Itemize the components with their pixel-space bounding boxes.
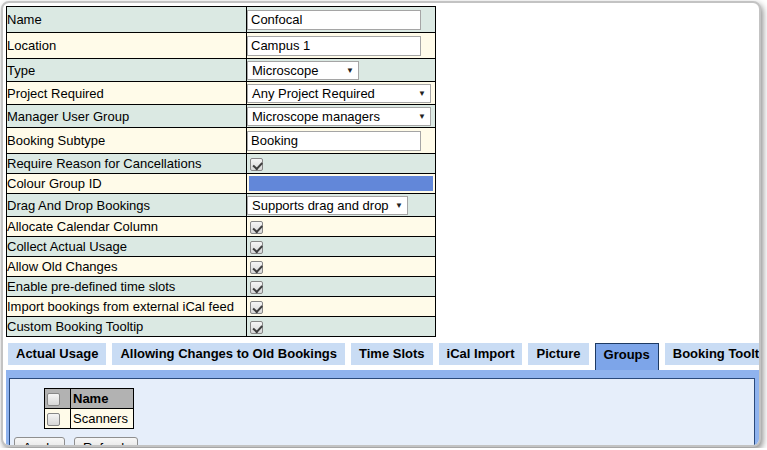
type-select[interactable]: Microscope▼ bbox=[247, 61, 359, 80]
chevron-down-icon: ▼ bbox=[346, 66, 354, 75]
form-row-allocate-calendar-column: Allocate Calendar Column bbox=[7, 217, 436, 237]
selected-option-label: Supports drag and drop bbox=[252, 198, 389, 213]
chevron-down-icon: ▼ bbox=[418, 89, 426, 98]
field-value-cell bbox=[247, 33, 436, 59]
groups-table-header-row: Name bbox=[45, 389, 134, 409]
field-label: Name bbox=[7, 7, 247, 33]
location-input[interactable] bbox=[247, 36, 421, 56]
field-value-cell: Supports drag and drop▼ bbox=[247, 194, 436, 217]
form-row-manager-user-group: Manager User GroupMicroscope managers▼ bbox=[7, 105, 436, 128]
colour-group-id-color-swatch[interactable] bbox=[249, 176, 433, 191]
field-value-cell: Any Project Required▼ bbox=[247, 82, 436, 105]
field-label: Colour Group ID bbox=[7, 174, 247, 194]
field-value-cell bbox=[247, 7, 436, 33]
tab-allowing-changes-to-old-bookings[interactable]: Allowing Changes to Old Bookings bbox=[112, 343, 345, 365]
group-name-cell: Scanners bbox=[71, 409, 134, 429]
field-value-cell bbox=[247, 317, 436, 337]
groups-name-header: Name bbox=[71, 389, 134, 409]
field-label: Type bbox=[7, 59, 247, 82]
form-row-drag-and-drop-bookings: Drag And Drop BookingsSupports drag and … bbox=[7, 194, 436, 217]
field-label: Enable pre-defined time slots bbox=[7, 277, 247, 297]
field-value-cell bbox=[247, 297, 436, 317]
enable-pre-defined-time-slots-checkbox[interactable] bbox=[250, 281, 263, 294]
tab-booking-tooltip[interactable]: Booking Tooltip bbox=[665, 343, 761, 365]
form-row-project-required: Project RequiredAny Project Required▼ bbox=[7, 82, 436, 105]
field-label: Booking Subtype bbox=[7, 128, 247, 154]
form-row-booking-subtype: Booking Subtype bbox=[7, 128, 436, 154]
field-value-cell: Microscope▼ bbox=[247, 59, 436, 82]
form-row-custom-booking-tooltip: Custom Booking Tooltip bbox=[7, 317, 436, 337]
resource-settings-table: NameLocationTypeMicroscope▼Project Requi… bbox=[6, 6, 436, 337]
panel-buttons: Apply Refresh bbox=[14, 437, 754, 447]
select-all-checkbox[interactable] bbox=[47, 393, 60, 406]
form-row-name: Name bbox=[7, 7, 436, 33]
field-label: Allocate Calendar Column bbox=[7, 217, 247, 237]
tab-picture[interactable]: Picture bbox=[528, 343, 588, 365]
field-value-cell bbox=[247, 257, 436, 277]
field-label: Location bbox=[7, 33, 247, 59]
form-row-location: Location bbox=[7, 33, 436, 59]
field-value-cell bbox=[247, 277, 436, 297]
form-row-type: TypeMicroscope▼ bbox=[7, 59, 436, 82]
require-reason-for-cancellations-checkbox[interactable] bbox=[250, 158, 263, 171]
form-row-enable-pre-defined-time-slots: Enable pre-defined time slots bbox=[7, 277, 436, 297]
selected-option-label: Microscope managers bbox=[252, 109, 380, 124]
field-label: Allow Old Changes bbox=[7, 257, 247, 277]
screenshot-frame: NameLocationTypeMicroscope▼Project Requi… bbox=[1, 1, 761, 447]
import-bookings-from-external-ical-feed-checkbox[interactable] bbox=[250, 301, 263, 314]
row-checkbox-cell bbox=[45, 409, 71, 429]
select-all-cell bbox=[45, 389, 71, 409]
tab-actual-usage[interactable]: Actual Usage bbox=[8, 343, 106, 365]
field-label: Manager User Group bbox=[7, 105, 247, 128]
field-label: Project Required bbox=[7, 82, 247, 105]
field-label: Custom Booking Tooltip bbox=[7, 317, 247, 337]
scanners-checkbox[interactable] bbox=[47, 413, 60, 426]
field-label: Drag And Drop Bookings bbox=[7, 194, 247, 217]
custom-booking-tooltip-checkbox[interactable] bbox=[250, 321, 263, 334]
selected-option-label: Microscope bbox=[252, 63, 318, 78]
field-label: Collect Actual Usage bbox=[7, 237, 247, 257]
selected-option-label: Any Project Required bbox=[252, 86, 375, 101]
allow-old-changes-checkbox[interactable] bbox=[250, 261, 263, 274]
field-value-cell bbox=[247, 174, 436, 194]
apply-button[interactable]: Apply bbox=[14, 437, 65, 447]
groups-panel: Name Scanners Apply Refresh bbox=[6, 370, 759, 447]
chevron-down-icon: ▼ bbox=[418, 112, 426, 121]
form-row-require-reason-for-cancellations: Require Reason for Cancellations bbox=[7, 154, 436, 174]
form-row-collect-actual-usage: Collect Actual Usage bbox=[7, 237, 436, 257]
name-input[interactable] bbox=[247, 10, 421, 30]
tab-bar: Actual UsageAllowing Changes to Old Book… bbox=[8, 343, 757, 370]
chevron-down-icon: ▼ bbox=[395, 201, 403, 210]
allocate-calendar-column-checkbox[interactable] bbox=[250, 221, 263, 234]
form-row-allow-old-changes: Allow Old Changes bbox=[7, 257, 436, 277]
field-label: Require Reason for Cancellations bbox=[7, 154, 247, 174]
form-row-import-bookings-from-external-ical-feed: Import bookings from external iCal feed bbox=[7, 297, 436, 317]
tab-time-slots[interactable]: Time Slots bbox=[351, 343, 433, 365]
drag-and-drop-bookings-select[interactable]: Supports drag and drop▼ bbox=[247, 196, 408, 215]
field-value-cell bbox=[247, 128, 436, 154]
table-row: Scanners bbox=[45, 409, 134, 429]
groups-table: Name Scanners bbox=[44, 388, 134, 429]
field-value-cell bbox=[247, 217, 436, 237]
refresh-button[interactable]: Refresh bbox=[74, 437, 138, 447]
manager-user-group-select[interactable]: Microscope managers▼ bbox=[247, 107, 431, 126]
collect-actual-usage-checkbox[interactable] bbox=[250, 241, 263, 254]
field-label: Import bookings from external iCal feed bbox=[7, 297, 247, 317]
booking-subtype-input[interactable] bbox=[247, 131, 421, 151]
form-row-colour-group-id: Colour Group ID bbox=[7, 174, 436, 194]
field-value-cell: Microscope managers▼ bbox=[247, 105, 436, 128]
groups-panel-body: Name Scanners Apply Refresh bbox=[9, 378, 755, 447]
field-value-cell bbox=[247, 237, 436, 257]
field-value-cell bbox=[247, 154, 436, 174]
tab-ical-import[interactable]: iCal Import bbox=[439, 343, 523, 365]
tab-groups[interactable]: Groups bbox=[595, 343, 659, 370]
project-required-select[interactable]: Any Project Required▼ bbox=[247, 84, 431, 103]
